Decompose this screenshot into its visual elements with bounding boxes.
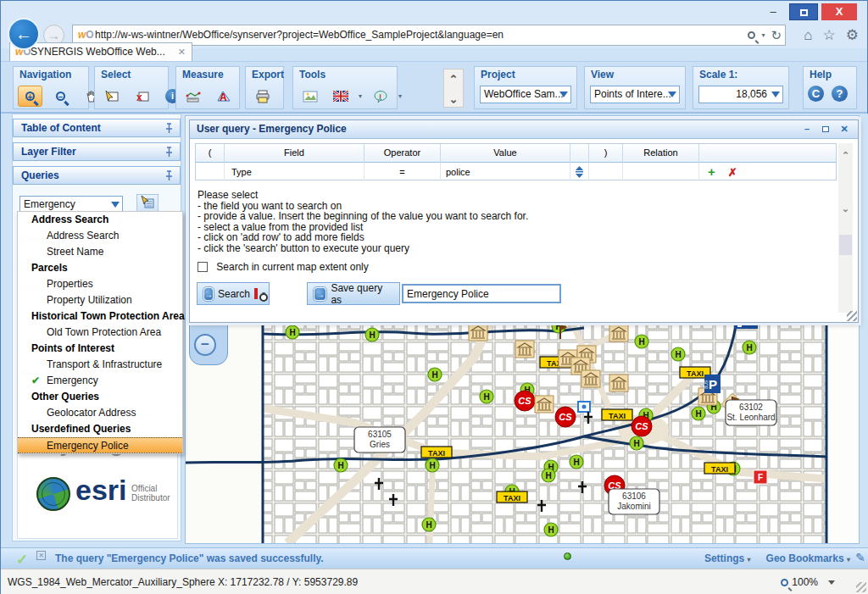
- dropdown-item-old-town-protection-area[interactable]: Old Town Protection Area: [18, 325, 182, 341]
- search-icon[interactable]: [748, 31, 755, 39]
- language-dropdown-caret[interactable]: ▾: [359, 92, 362, 100]
- map-marker-hstop[interactable]: H: [286, 325, 299, 339]
- map-marker-label[interactable]: 63102St. Leonhard: [726, 400, 776, 425]
- save-query-name-input[interactable]: [402, 284, 561, 303]
- zoom-out-button[interactable]: −: [48, 86, 73, 107]
- zoom-in-button[interactable]: +: [18, 86, 42, 107]
- map-marker-taxi[interactable]: TAXI: [421, 447, 452, 458]
- dropdown-item-address-search[interactable]: Address Search: [18, 228, 182, 244]
- map-marker-museum[interactable]: [535, 396, 554, 413]
- settings-menu[interactable]: Settings ▾: [704, 552, 751, 564]
- print-button[interactable]: [250, 86, 275, 107]
- map-marker-hstop[interactable]: H: [542, 469, 555, 482]
- map-marker-taxi[interactable]: TAXI: [602, 409, 632, 420]
- dialog-minimize-button[interactable]: –: [800, 123, 814, 136]
- map-marker-hstop[interactable]: H: [365, 328, 379, 341]
- map-marker-parking[interactable]: PBUS: [704, 375, 721, 393]
- deselect-button[interactable]: x: [130, 86, 154, 107]
- map-marker-cs[interactable]: CS: [555, 407, 576, 427]
- info-balloon-button[interactable]: i: [368, 86, 392, 107]
- select-button[interactable]: [99, 86, 124, 107]
- query-select[interactable]: Emergency: [19, 196, 123, 213]
- measure-distance-button[interactable]: [181, 86, 205, 107]
- refresh-icon[interactable]: ↻: [771, 25, 782, 45]
- window-maximize-button[interactable]: [789, 3, 818, 20]
- pin-icon[interactable]: [164, 123, 174, 134]
- save-query-button[interactable]: → Save query as: [307, 282, 400, 305]
- dropdown-item-properties[interactable]: Properties: [18, 276, 182, 292]
- map-marker-label[interactable]: 63106Jakomini: [609, 489, 659, 514]
- delete-row-icon[interactable]: ✗: [728, 166, 737, 179]
- search-button[interactable]: → Search ▾: [197, 282, 270, 305]
- map-zoom-widget[interactable]: −: [189, 318, 228, 365]
- panel-header-table-of-content[interactable]: Table of Content: [13, 119, 181, 137]
- map-marker-hstop[interactable]: H: [422, 518, 436, 531]
- row-cell-open-paren[interactable]: [196, 162, 225, 180]
- pin-icon[interactable]: [164, 170, 174, 181]
- export-image-button[interactable]: [298, 86, 322, 107]
- map-marker-hstop[interactable]: H: [743, 341, 756, 354]
- window-resize-grip[interactable]: [856, 582, 866, 592]
- map-marker-label[interactable]: 63105Gries: [354, 427, 405, 452]
- dropdown-item-emergency[interactable]: ✔Emergency: [18, 373, 182, 389]
- map-marker-hstop[interactable]: H: [692, 407, 705, 420]
- dropdown-item-property-utilization[interactable]: Property Utilization: [18, 292, 182, 308]
- map-marker-taxi[interactable]: TAXI: [497, 491, 527, 502]
- row-cell-close-paren[interactable]: [589, 162, 623, 180]
- map-marker-museum[interactable]: [609, 325, 628, 341]
- dismiss-message-icon[interactable]: ✕: [36, 551, 46, 560]
- map-marker-hstop[interactable]: H: [426, 458, 439, 472]
- dropdown-item-street-name[interactable]: Street Name: [18, 244, 182, 260]
- language-button[interactable]: [328, 86, 353, 107]
- dialog-close-button[interactable]: ✕: [837, 123, 851, 136]
- map-marker-hstop[interactable]: H: [480, 390, 493, 403]
- map-marker-museum[interactable]: [609, 375, 628, 391]
- browser-tab[interactable]: wO SYNERGIS WebOffice Web... ✕: [9, 42, 192, 61]
- redline-pencil-icon[interactable]: ✎: [855, 551, 865, 564]
- scroll-up-icon[interactable]: ⌃: [838, 150, 853, 161]
- map-marker-hstop[interactable]: H: [544, 523, 558, 536]
- settings-gear-icon[interactable]: ⚙: [846, 25, 859, 46]
- panel-header-layer-filter[interactable]: Layer Filter: [13, 142, 181, 161]
- project-select[interactable]: WebOffice Sam...: [480, 86, 571, 103]
- zoom-level-caret[interactable]: [828, 580, 835, 585]
- map-marker-taxi[interactable]: TAXI: [704, 463, 735, 474]
- dialog-scrollbar[interactable]: ⌃ ⌃: [838, 143, 853, 313]
- copyright-button[interactable]: C: [808, 86, 824, 102]
- map-marker-cs[interactable]: CS: [632, 416, 652, 436]
- row-cell-value[interactable]: police: [441, 162, 570, 180]
- dialog-resize-grip[interactable]: [847, 311, 857, 321]
- toolbar-collapse-control[interactable]: ⌃⌃: [443, 69, 464, 108]
- value-list-sort-icon[interactable]: [575, 166, 584, 178]
- map-marker-museum[interactable]: [469, 324, 487, 341]
- window-minimize-button[interactable]: –: [760, 3, 786, 20]
- map-marker-hstop[interactable]: H: [630, 436, 643, 450]
- browser-zoom-control[interactable]: 100%: [781, 576, 835, 588]
- map-marker-fire[interactable]: F: [754, 470, 767, 484]
- window-close-button[interactable]: X: [821, 3, 857, 20]
- dropdown-item-transport-infrastructure[interactable]: Transport & Infrastructure: [18, 357, 182, 373]
- row-cell-relation[interactable]: [623, 162, 699, 180]
- dialog-titlebar[interactable]: User query - Emergency Police – ✕: [190, 120, 858, 139]
- map-marker-museum[interactable]: [515, 341, 534, 358]
- dropdown-item-emergency-police[interactable]: Emergency Police: [18, 437, 182, 453]
- scrollbar-thumb[interactable]: [839, 235, 852, 255]
- add-row-icon[interactable]: +: [708, 164, 715, 179]
- tab-close-icon[interactable]: ✕: [178, 43, 186, 61]
- row-cell-operator[interactable]: =: [364, 162, 441, 180]
- favorites-star-icon[interactable]: ☆: [823, 25, 836, 46]
- home-icon[interactable]: ⌂: [804, 25, 812, 46]
- dialog-restore-button[interactable]: [819, 123, 832, 136]
- view-select[interactable]: Points of Intere...: [590, 86, 680, 103]
- search-dropdown-caret[interactable]: ▾: [761, 25, 765, 45]
- row-cell-field[interactable]: Type: [225, 162, 364, 180]
- dropdown-item-geolocator-address[interactable]: Geolocator Address: [18, 405, 182, 421]
- map-marker-photo[interactable]: [578, 402, 590, 412]
- map-marker-hstop[interactable]: H: [428, 368, 442, 381]
- map-marker-hstop[interactable]: H: [570, 455, 583, 469]
- map-marker-hstop[interactable]: H: [334, 458, 348, 472]
- zoom-out-widget-button[interactable]: −: [194, 334, 216, 356]
- scale-input[interactable]: 18,056: [698, 86, 783, 103]
- pin-icon[interactable]: [164, 147, 174, 158]
- measure-area-button[interactable]: A: [211, 86, 236, 107]
